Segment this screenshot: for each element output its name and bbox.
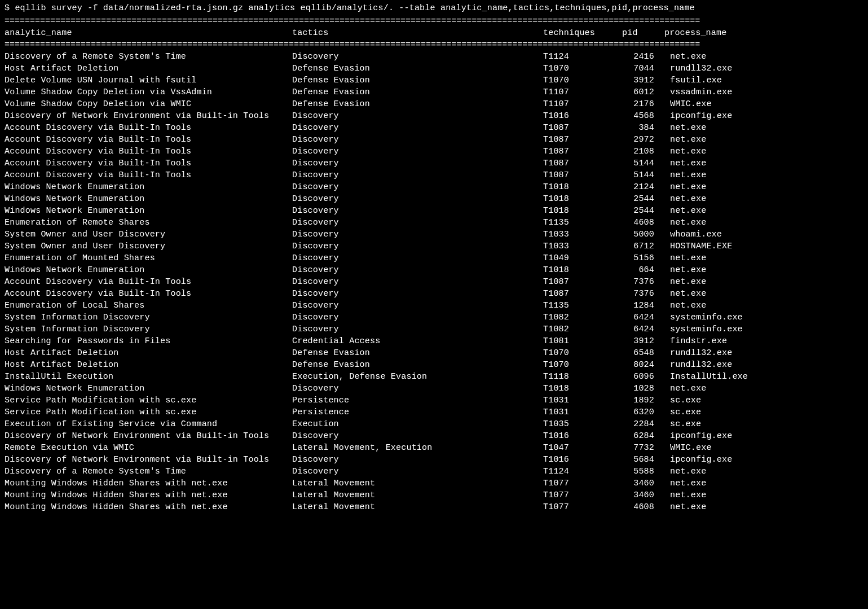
cell-tactics: Discovery bbox=[292, 466, 543, 477]
cell-pid: 7376 bbox=[622, 288, 664, 300]
table-row: Mounting Windows Hidden Shares with net.… bbox=[5, 477, 863, 489]
cell-analytic-name: Windows Network Enumeration bbox=[5, 205, 292, 217]
cell-tactics: Discovery bbox=[292, 252, 543, 264]
cell-techniques: T1077 bbox=[543, 501, 622, 513]
cell-tactics: Defense Evasion bbox=[292, 75, 543, 86]
table-row: Discovery of Network Environment via Bui… bbox=[5, 430, 863, 442]
shell-prompt: $ bbox=[5, 3, 10, 13]
cell-pid: 6284 bbox=[622, 430, 664, 442]
table-row: Account Discovery via Built-In ToolsDisc… bbox=[5, 146, 863, 157]
header-tactics: tactics bbox=[292, 27, 543, 39]
cell-tactics: Discovery bbox=[292, 146, 543, 157]
cell-process-name: net.exe bbox=[664, 489, 706, 501]
table-row: Discovery of a Remote System's TimeDisco… bbox=[5, 51, 863, 63]
table-row: Host Artifact DeletionDefense EvasionT10… bbox=[5, 359, 863, 371]
cell-process-name: HOSTNAME.EXE bbox=[664, 240, 732, 252]
cell-techniques: T1118 bbox=[543, 371, 622, 383]
cell-analytic-name: Account Discovery via Built-In Tools bbox=[5, 146, 292, 157]
cell-techniques: T1070 bbox=[543, 63, 622, 75]
table-row: Enumeration of Remote SharesDiscoveryT11… bbox=[5, 217, 863, 229]
cell-pid: 2124 bbox=[622, 181, 664, 193]
cell-pid: 6548 bbox=[622, 347, 664, 359]
cell-analytic-name: Windows Network Enumeration bbox=[5, 264, 292, 276]
cell-process-name: rundll32.exe bbox=[664, 359, 732, 371]
table-row: Enumeration of Mounted SharesDiscoveryT1… bbox=[5, 252, 863, 264]
cell-tactics: Discovery bbox=[292, 312, 543, 323]
cell-process-name: net.exe bbox=[664, 477, 706, 489]
cell-techniques: T1031 bbox=[543, 395, 622, 406]
cell-analytic-name: Discovery of Network Environment via Bui… bbox=[5, 454, 292, 466]
cell-pid: 5144 bbox=[622, 157, 664, 169]
cell-process-name: net.exe bbox=[664, 157, 706, 169]
cell-techniques: T1077 bbox=[543, 489, 622, 501]
cell-techniques: T1087 bbox=[543, 288, 622, 300]
cell-process-name: fsutil.exe bbox=[664, 75, 722, 86]
cell-techniques: T1124 bbox=[543, 51, 622, 63]
cell-techniques: T1124 bbox=[543, 466, 622, 477]
cell-techniques: T1107 bbox=[543, 98, 622, 110]
cell-tactics: Lateral Movement bbox=[292, 477, 543, 489]
cell-analytic-name: Windows Network Enumeration bbox=[5, 383, 292, 395]
table-row: Volume Shadow Copy Deletion via VssAdmin… bbox=[5, 86, 863, 98]
cell-analytic-name: System Information Discovery bbox=[5, 323, 292, 335]
table-row: Windows Network EnumerationDiscoveryT101… bbox=[5, 383, 863, 395]
table-row: Discovery of Network Environment via Bui… bbox=[5, 454, 863, 466]
cell-analytic-name: Enumeration of Local Shares bbox=[5, 300, 292, 312]
cell-tactics: Discovery bbox=[292, 288, 543, 300]
cell-process-name: net.exe bbox=[664, 501, 706, 513]
table-rule-bottom: ========================================… bbox=[5, 39, 863, 51]
cell-techniques: T1016 bbox=[543, 454, 622, 466]
cell-process-name: ipconfig.exe bbox=[664, 110, 732, 122]
cell-techniques: T1107 bbox=[543, 86, 622, 98]
cell-process-name: WMIC.exe bbox=[664, 442, 712, 454]
cell-process-name: sc.exe bbox=[664, 395, 701, 406]
header-techniques: techniques bbox=[543, 27, 622, 39]
command-line[interactable]: $ eqllib survey -f data/normalized-rta.j… bbox=[5, 2, 863, 14]
command-text: eqllib survey -f data/normalized-rta.jso… bbox=[15, 3, 694, 13]
cell-tactics: Persistence bbox=[292, 395, 543, 406]
cell-tactics: Discovery bbox=[292, 157, 543, 169]
table-body: Discovery of a Remote System's TimeDisco… bbox=[5, 51, 863, 513]
cell-pid: 2416 bbox=[622, 51, 664, 63]
cell-analytic-name: Account Discovery via Built-In Tools bbox=[5, 169, 292, 181]
cell-pid: 2544 bbox=[622, 193, 664, 205]
cell-techniques: T1087 bbox=[543, 169, 622, 181]
cell-tactics: Discovery bbox=[292, 181, 543, 193]
cell-process-name: net.exe bbox=[664, 264, 706, 276]
cell-pid: 5144 bbox=[622, 169, 664, 181]
cell-tactics: Discovery bbox=[292, 169, 543, 181]
header-analytic-name: analytic_name bbox=[5, 27, 292, 39]
cell-techniques: T1082 bbox=[543, 323, 622, 335]
cell-tactics: Discovery bbox=[292, 300, 543, 312]
cell-tactics: Lateral Movement bbox=[292, 501, 543, 513]
cell-analytic-name: Discovery of Network Environment via Bui… bbox=[5, 110, 292, 122]
cell-process-name: net.exe bbox=[664, 383, 706, 395]
cell-techniques: T1018 bbox=[543, 181, 622, 193]
cell-tactics: Credential Access bbox=[292, 335, 543, 347]
cell-analytic-name: Execution of Existing Service via Comman… bbox=[5, 418, 292, 430]
table-row: System Owner and User DiscoveryDiscovery… bbox=[5, 229, 863, 240]
cell-techniques: T1087 bbox=[543, 122, 622, 134]
cell-pid: 1028 bbox=[622, 383, 664, 395]
cell-tactics: Discovery bbox=[292, 51, 543, 63]
cell-process-name: net.exe bbox=[664, 252, 706, 264]
cell-process-name: sc.exe bbox=[664, 406, 701, 418]
cell-tactics: Lateral Movement, Execution bbox=[292, 442, 543, 454]
cell-techniques: T1070 bbox=[543, 347, 622, 359]
cell-analytic-name: Remote Execution via WMIC bbox=[5, 442, 292, 454]
table-row: Windows Network EnumerationDiscoveryT101… bbox=[5, 264, 863, 276]
cell-techniques: T1082 bbox=[543, 312, 622, 323]
cell-tactics: Discovery bbox=[292, 122, 543, 134]
table-row: Account Discovery via Built-In ToolsDisc… bbox=[5, 288, 863, 300]
cell-process-name: rundll32.exe bbox=[664, 347, 732, 359]
cell-analytic-name: Discovery of a Remote System's Time bbox=[5, 466, 292, 477]
cell-process-name: net.exe bbox=[664, 466, 706, 477]
cell-techniques: T1031 bbox=[543, 406, 622, 418]
cell-pid: 6320 bbox=[622, 406, 664, 418]
cell-techniques: T1087 bbox=[543, 157, 622, 169]
cell-process-name: net.exe bbox=[664, 146, 706, 157]
table-row: Account Discovery via Built-In ToolsDisc… bbox=[5, 169, 863, 181]
cell-pid: 3912 bbox=[622, 335, 664, 347]
cell-analytic-name: Volume Shadow Copy Deletion via VssAdmin bbox=[5, 86, 292, 98]
table-row: Windows Network EnumerationDiscoveryT101… bbox=[5, 205, 863, 217]
